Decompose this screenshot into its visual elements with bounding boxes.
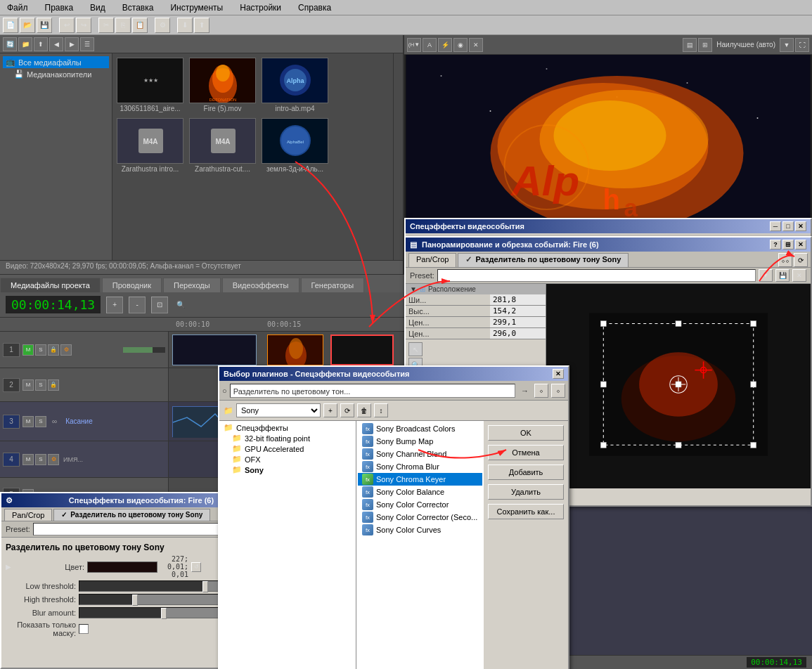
track-lock-1[interactable]: 🔒 — [48, 344, 59, 356]
menu-item-edit[interactable]: Правка — [41, 1, 78, 14]
media-refresh-btn[interactable]: 🔄 — [3, 37, 17, 51]
tl-zoom-in[interactable]: + — [106, 297, 123, 313]
pan-crop-tab-chroma[interactable]: ✓ Разделитель по цветовому тону Sony — [458, 253, 629, 267]
menu-item-tools[interactable]: Инструменты — [166, 1, 227, 14]
media-new-folder-btn[interactable]: 📁 — [18, 37, 32, 51]
effects-main-maximize[interactable]: □ — [782, 221, 794, 231]
track-fx-1[interactable]: ⚙ — [60, 344, 72, 356]
preview-btn-4[interactable]: ◉ — [453, 38, 468, 52]
track-solo-3[interactable]: S — [35, 416, 46, 427]
preset-close-btn[interactable]: ✕ — [792, 269, 806, 282]
pan-crop-animate-btn[interactable]: ⟳ — [794, 253, 808, 267]
plugin-folder-dropdown[interactable]: Sony — [236, 403, 321, 417]
media-item-5[interactable]: AlphaBel земля-3д-и-Аль... — [262, 118, 328, 173]
media-item-0[interactable]: ★★★ 1306511861_aire... — [117, 58, 183, 112]
tl-zoom-out[interactable]: - — [129, 297, 146, 313]
preview-btn-1[interactable]: (Н▼ — [407, 38, 421, 52]
plugin-item-broadcast[interactable]: fx Sony Broadcast Colors — [358, 422, 482, 435]
clip-1-3[interactable] — [330, 334, 394, 365]
plugin-item-chromablur[interactable]: fx Sony Chroma Blur — [358, 460, 482, 473]
plugin-item-bumpmap[interactable]: fx Sony Bump Map — [358, 435, 482, 448]
pan-crop-keyframe-btn[interactable]: ⬦⬦ — [778, 253, 792, 267]
plugin-cancel-btn[interactable]: Отмена — [488, 445, 564, 460]
media-up-btn[interactable]: ⬆ — [34, 37, 48, 51]
media-item-3[interactable]: M4A Zarathustra intro... — [117, 118, 183, 173]
plugin-folder-item-fx[interactable]: 📁 Спецэффекты — [221, 422, 354, 433]
plugin-folder-item-32bit[interactable]: 📁 32-bit floating point — [221, 433, 354, 443]
plugin-current-fx-display[interactable]: Разделитель по цветовому тон... — [230, 384, 515, 398]
export-btn[interactable]: ⬆ — [194, 18, 210, 33]
tab-generators[interactable]: Генераторы — [301, 278, 365, 292]
redo-btn[interactable]: ↪ — [76, 18, 91, 33]
plugin-close-btn[interactable]: ✕ — [553, 369, 564, 379]
folder-drives[interactable]: 💾 Медианакопители — [3, 68, 109, 80]
plugin-ok-btn[interactable]: OK — [488, 425, 564, 441]
media-view-btn[interactable]: ☰ — [80, 37, 94, 51]
pan-crop-help[interactable]: ? — [770, 240, 781, 249]
plugin-item-chromakeyer[interactable]: fx Sony Chroma Keyer — [358, 473, 482, 486]
chroma-blur-thumb[interactable] — [161, 608, 167, 619]
tab-media-files[interactable]: Медиафайлы проекта — [0, 278, 101, 292]
plugin-chooser-dialog[interactable]: Выбор плагинов - Спецэффекты видеособыти… — [218, 365, 569, 669]
tab-video-fx[interactable]: Видеоэффекты — [222, 278, 299, 292]
paste-btn[interactable]: 📋 — [132, 18, 148, 33]
effects-bottom-tab-pancrop[interactable]: Pan/Crop — [4, 509, 52, 521]
preview-btn-3[interactable]: ⚡ — [438, 38, 452, 52]
menu-item-settings[interactable]: Настройки — [236, 1, 285, 14]
track-mute-3[interactable]: M — [22, 416, 34, 427]
chroma-lowthresh-thumb[interactable] — [202, 581, 208, 592]
effects-main-minimize[interactable]: ─ — [770, 221, 781, 231]
plugin-folder-item-gpu[interactable]: 📁 GPU Accelerated — [221, 443, 354, 454]
tab-transitions[interactable]: Переходы — [163, 278, 221, 292]
effects-main-close[interactable]: ✕ — [795, 221, 806, 231]
menu-item-view[interactable]: Вид — [86, 1, 110, 14]
plugin-add-fx-btn[interactable]: Добавить — [488, 465, 564, 480]
render-btn[interactable]: ⚙ — [155, 18, 170, 33]
preset-open-btn[interactable]: ▼ — [759, 269, 773, 282]
pan-crop-select-tool[interactable]: ↖ — [408, 342, 423, 356]
folder-all-media[interactable]: 📺 Все медиафайлы — [3, 56, 109, 68]
plugin-item-colorcorrector2[interactable]: fx Sony Color Corrector (Seco... — [358, 511, 482, 524]
preview-fullscreen[interactable]: ⛶ — [795, 38, 809, 52]
preview-settings[interactable]: ▤ — [683, 38, 697, 52]
preview-close[interactable]: ✕ — [469, 38, 483, 52]
plugin-refresh-btn[interactable]: ⟳ — [340, 403, 354, 417]
preview-btn-2[interactable]: A — [423, 38, 437, 52]
plugin-toolbar-2[interactable]: ⬦ — [551, 384, 565, 398]
track-solo-2[interactable]: S — [35, 379, 46, 391]
chroma-maskonly-checkbox[interactable] — [79, 624, 89, 634]
plugin-folder-item-ofx[interactable]: 📁 OFX — [221, 454, 354, 465]
copy-btn[interactable]: ⎘ — [115, 18, 131, 33]
track-mute-2[interactable]: M — [22, 379, 34, 391]
preset-save-btn[interactable]: 💾 — [775, 269, 790, 282]
pan-crop-tab-pancrop[interactable]: Pan/Crop — [408, 253, 456, 267]
tab-explorer[interactable]: Проводник — [102, 278, 162, 292]
plugin-item-channelblend[interactable]: fx Sony Channel Blend — [358, 448, 482, 460]
chroma-highthresh-thumb[interactable] — [132, 595, 138, 606]
pan-crop-grid[interactable]: ⊞ — [782, 240, 794, 249]
plugin-folder-item-sony[interactable]: 📁 Sony — [221, 465, 354, 475]
menu-item-file[interactable]: Файл — [3, 1, 32, 14]
import-btn[interactable]: ⬇ — [177, 18, 193, 33]
plugin-remove-fx-btn[interactable]: Удалить — [488, 484, 564, 500]
preview-split[interactable]: ⊞ — [698, 38, 712, 52]
plugin-toolbar-1[interactable]: ⬦ — [534, 384, 548, 398]
menu-item-help[interactable]: Справка — [294, 1, 335, 14]
media-item-2[interactable]: Alpha intro-ab.mp4 — [262, 58, 328, 112]
media-forward-btn[interactable]: ▶ — [65, 37, 79, 51]
preset-input[interactable] — [437, 269, 756, 282]
clip-1-1[interactable] — [172, 334, 257, 365]
menu-item-insert[interactable]: Вставка — [118, 1, 158, 14]
track-lock-2[interactable]: 🔒 — [48, 379, 59, 391]
clip-1-2[interactable] — [267, 334, 323, 365]
track-vol-slider-1[interactable] — [123, 347, 165, 353]
track-mute-1[interactable]: M — [22, 344, 34, 356]
undo-btn[interactable]: ↩ — [59, 18, 75, 33]
media-item-1[interactable]: DETONATION Fire (5).mov — [189, 58, 256, 112]
plugin-item-colorbalance[interactable]: fx Sony Color Balance — [358, 486, 482, 498]
plugin-item-colorcurves[interactable]: fx Sony Color Curves — [358, 524, 482, 536]
plugin-move-btn[interactable]: ↕ — [374, 403, 388, 417]
pan-crop-close[interactable]: ✕ — [795, 240, 806, 249]
preview-quality-down[interactable]: ▼ — [780, 38, 794, 52]
track-mute-4[interactable]: M — [22, 454, 34, 465]
